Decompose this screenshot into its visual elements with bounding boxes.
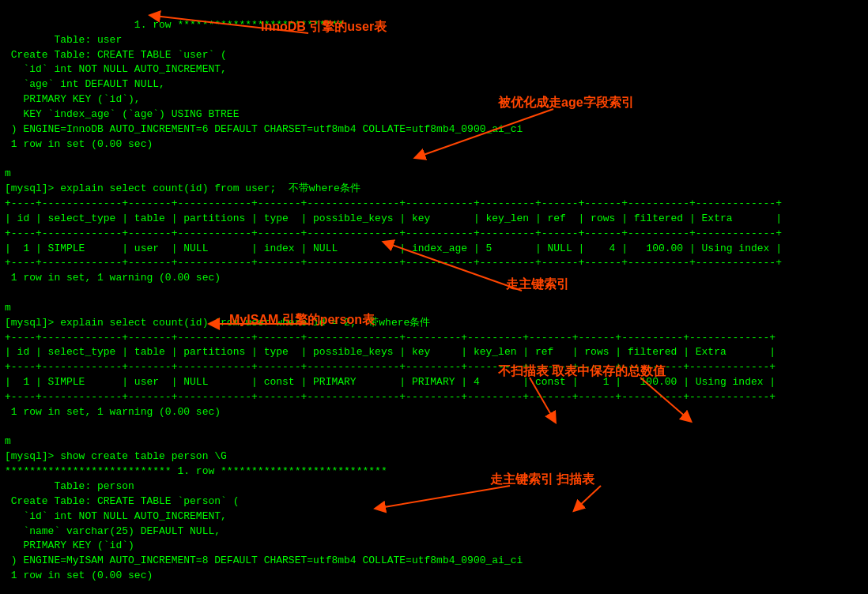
terminal-line: | id | select_type | table | partitions … (5, 345, 863, 360)
terminal-line: KEY `index_age` (`age`) USING BTREE (5, 107, 863, 122)
terminal-line: Create Table: CREATE TABLE `person` ( (5, 494, 863, 509)
terminal-line: PRIMARY KEY (`id`), (5, 92, 863, 107)
terminal-line (5, 286, 863, 301)
terminal-line (5, 584, 863, 594)
terminal-line (5, 420, 863, 435)
terminal-line: [mysql]> explain select count(id) from u… (5, 182, 863, 197)
terminal-line: `id` int NOT NULL AUTO_INCREMENT, (5, 62, 863, 77)
terminal-line: +----+-------------+-------+------------… (5, 227, 863, 242)
terminal-line: [mysql]> show create table person \G (5, 449, 863, 464)
terminal-line: `name` varchar(25) DEFAULT NULL, (5, 524, 863, 539)
terminal-line: m (5, 301, 863, 316)
terminal-line: +----+-------------+-------+------------… (5, 256, 863, 271)
terminal-line: 1 row in set (0.00 sec) (5, 569, 863, 584)
terminal-line: `age` int DEFAULT NULL, (5, 77, 863, 92)
terminal-line: Table: user (5, 33, 863, 48)
terminal-line: | id | select_type | table | partitions … (5, 212, 863, 227)
terminal-line: +----+-------------+-------+------------… (5, 360, 863, 375)
terminal-line: +----+-------------+-------+------------… (5, 390, 863, 405)
terminal-line: m (5, 167, 863, 182)
terminal-line (5, 152, 863, 167)
terminal-line: Table: person (5, 479, 863, 494)
terminal-line: PRIMARY KEY (`id`) (5, 539, 863, 554)
terminal-line: 1. row *************************** (5, 18, 863, 33)
terminal-line: Create Table: CREATE TABLE `user` ( (5, 48, 863, 63)
terminal-line: | 1 | SIMPLE | user | NULL | index | NUL… (5, 242, 863, 257)
terminal-line: +----+-------------+-------+------------… (5, 197, 863, 212)
terminal-line: ) ENGINE=MyISAM AUTO_INCREMENT=8 DEFAULT… (5, 554, 863, 569)
terminal-output: 1. row *************************** Table… (0, 0, 868, 594)
terminal-line: 1 row in set, 1 warning (0.00 sec) (5, 405, 863, 420)
terminal-line: *************************** 1. row *****… (5, 464, 863, 479)
terminal-line: `id` int NOT NULL AUTO_INCREMENT, (5, 509, 863, 524)
terminal-line: m (5, 434, 863, 449)
terminal-line: 1 row in set (0.00 sec) (5, 137, 863, 152)
terminal-line: +----+-------------+-------+------------… (5, 331, 863, 346)
terminal-line: ) ENGINE=InnoDB AUTO_INCREMENT=6 DEFAULT… (5, 122, 863, 137)
terminal-line: [mysql]> explain select count(id) from u… (5, 316, 863, 331)
terminal-line: | 1 | SIMPLE | user | NULL | const | PRI… (5, 375, 863, 390)
terminal-line: 1 row in set, 1 warning (0.00 sec) (5, 271, 863, 286)
